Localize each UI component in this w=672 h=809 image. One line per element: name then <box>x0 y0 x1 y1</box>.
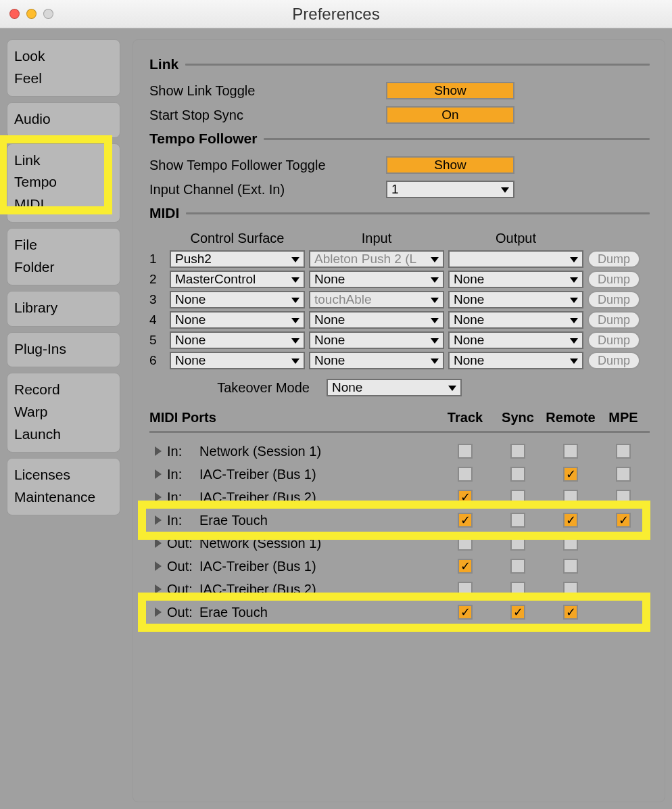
cs-input-select[interactable]: None <box>309 331 444 349</box>
port-remote-checkbox[interactable]: ✓ <box>563 536 578 551</box>
disclosure-triangle-icon[interactable] <box>149 492 167 502</box>
titlebar: Preferences <box>0 0 672 28</box>
minimize-window-button[interactable] <box>26 9 37 19</box>
cs-surface-select[interactable]: MasterControl <box>170 271 305 288</box>
start-stop-sync-button[interactable]: On <box>386 106 514 124</box>
port-mpe-checkbox[interactable]: ✓ <box>616 444 631 459</box>
cs-output-select[interactable]: None <box>448 271 583 288</box>
sidebar-tab[interactable]: Audio <box>7 102 120 138</box>
port-track-checkbox[interactable]: ✓ <box>458 536 473 551</box>
port-remote-checkbox[interactable]: ✓ <box>563 582 578 597</box>
port-sync-checkbox[interactable]: ✓ <box>510 490 525 505</box>
cs-output-select[interactable]: None <box>448 331 583 349</box>
disclosure-triangle-icon[interactable] <box>149 584 167 594</box>
port-mpe-checkbox[interactable]: ✓ <box>616 467 631 482</box>
port-remote-checkbox[interactable]: ✓ <box>563 467 578 482</box>
port-mpe-checkbox[interactable]: ✓ <box>616 513 631 528</box>
port-remote-checkbox[interactable]: ✓ <box>563 513 578 528</box>
cs-input-select[interactable]: touchAble <box>309 291 444 308</box>
cs-surface-select[interactable]: None <box>170 331 305 349</box>
port-name: Network (Session 1) <box>199 536 439 551</box>
sidebar-tab[interactable]: LinkTempoMIDI <box>7 143 120 223</box>
show-tempo-follower-toggle-label: Show Tempo Follower Toggle <box>149 158 386 173</box>
port-sync-checkbox[interactable]: ✓ <box>510 605 525 620</box>
takeover-mode-select[interactable]: None <box>327 379 462 396</box>
port-track-checkbox[interactable]: ✓ <box>458 559 473 574</box>
dump-button[interactable]: Dump <box>587 291 640 308</box>
close-window-button[interactable] <box>9 9 20 19</box>
disclosure-triangle-icon[interactable] <box>149 607 167 617</box>
sidebar-tab[interactable]: Library <box>7 291 120 327</box>
port-track-checkbox[interactable]: ✓ <box>458 444 473 459</box>
cs-row-number: 2 <box>149 272 170 287</box>
section-tempo-follower-title: Tempo Follower <box>149 131 257 147</box>
port-sync-checkbox[interactable]: ✓ <box>510 467 525 482</box>
port-mpe-checkbox[interactable]: ✓ <box>616 490 631 505</box>
port-direction: In: <box>167 467 199 482</box>
sidebar-tab[interactable]: Plug-Ins <box>7 332 120 368</box>
sidebar-tab-label: Plug-Ins <box>14 338 113 361</box>
cs-row-number: 5 <box>149 333 170 348</box>
sidebar-tab[interactable]: FileFolder <box>7 228 120 285</box>
cs-row-number: 3 <box>149 292 170 307</box>
port-sync-checkbox[interactable]: ✓ <box>510 559 525 574</box>
cs-input-select[interactable]: None <box>309 311 444 329</box>
sidebar-tab[interactable]: LookFeel <box>7 39 120 97</box>
port-direction: In: <box>167 513 199 528</box>
port-sync-checkbox[interactable]: ✓ <box>510 536 525 551</box>
cs-output-select[interactable]: None <box>448 311 583 329</box>
port-direction: Out: <box>167 582 199 597</box>
dump-button[interactable]: Dump <box>587 311 640 329</box>
dump-button[interactable]: Dump <box>587 250 640 268</box>
cs-output-select[interactable] <box>448 250 583 268</box>
disclosure-triangle-icon[interactable] <box>149 538 167 548</box>
cs-input-select[interactable]: None <box>309 271 444 288</box>
window-title: Preferences <box>0 5 672 24</box>
sidebar-tab[interactable]: RecordWarpLaunch <box>7 373 120 453</box>
sidebar-tab-label: Link <box>14 149 113 172</box>
input-channel-select[interactable]: 1 <box>386 181 514 198</box>
disclosure-triangle-icon[interactable] <box>149 561 167 571</box>
sidebar-tab-label: Library <box>14 297 113 319</box>
port-sync-checkbox[interactable]: ✓ <box>510 513 525 528</box>
cs-input-select[interactable]: None <box>309 352 444 369</box>
port-track-checkbox[interactable]: ✓ <box>458 605 473 620</box>
cs-header-surface: Control Surface <box>170 231 305 246</box>
port-track-checkbox[interactable]: ✓ <box>458 582 473 597</box>
cs-surface-select[interactable]: None <box>170 352 305 369</box>
cs-row-number: 6 <box>149 353 170 368</box>
port-track-checkbox[interactable]: ✓ <box>458 513 473 528</box>
disclosure-triangle-icon[interactable] <box>149 446 167 456</box>
port-sync-checkbox[interactable]: ✓ <box>510 444 525 459</box>
port-name: Erae Touch <box>199 513 439 528</box>
dump-button[interactable]: Dump <box>587 271 640 288</box>
cs-surface-select[interactable]: None <box>170 291 305 308</box>
port-sync-checkbox[interactable]: ✓ <box>510 582 525 597</box>
port-track-checkbox[interactable]: ✓ <box>458 490 473 505</box>
port-direction: In: <box>167 444 199 459</box>
sidebar-tab[interactable]: LicensesMaintenance <box>7 458 120 515</box>
midi-port-row: Out:IAC-Treiber (Bus 1)✓✓✓ <box>149 555 650 578</box>
midi-ports-title: MIDI Ports <box>149 410 439 425</box>
cs-surface-select[interactable]: None <box>170 311 305 329</box>
cs-input-select[interactable]: Ableton Push 2 (L <box>309 250 444 268</box>
port-remote-checkbox[interactable]: ✓ <box>563 559 578 574</box>
port-remote-checkbox[interactable]: ✓ <box>563 490 578 505</box>
port-remote-checkbox[interactable]: ✓ <box>563 444 578 459</box>
sidebar-tab-label: Audio <box>14 108 113 131</box>
disclosure-triangle-icon[interactable] <box>149 515 167 525</box>
disclosure-triangle-icon[interactable] <box>149 469 167 479</box>
port-remote-checkbox[interactable]: ✓ <box>563 605 578 620</box>
show-link-toggle-button[interactable]: Show <box>386 82 514 99</box>
show-tempo-follower-toggle-button[interactable]: Show <box>386 156 514 174</box>
cs-surface-select[interactable]: Push2 <box>170 250 305 268</box>
sidebar-tab-label: Launch <box>14 423 113 446</box>
cs-output-select[interactable]: None <box>448 352 583 369</box>
dump-button[interactable]: Dump <box>587 352 640 369</box>
cs-output-select[interactable]: None <box>448 291 583 308</box>
control-surface-row: 3NonetouchAbleNoneDump <box>149 291 650 308</box>
port-track-checkbox[interactable]: ✓ <box>458 467 473 482</box>
dump-button[interactable]: Dump <box>587 331 640 349</box>
cs-header-input: Input <box>309 231 444 246</box>
port-direction: Out: <box>167 605 199 620</box>
